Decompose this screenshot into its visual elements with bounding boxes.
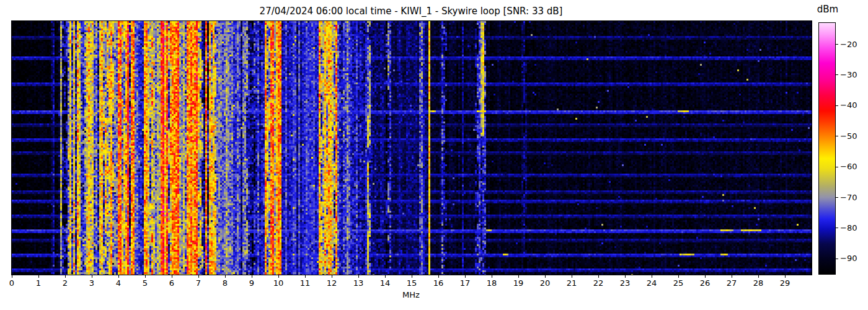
x-axis-tick-label: 19 [508, 278, 529, 288]
x-axis-tick [92, 275, 92, 278]
colorbar-tick-label: −30 [840, 70, 857, 79]
x-axis-tick [678, 275, 679, 278]
x-axis-tick-label: 11 [294, 278, 316, 288]
x-axis-tick [732, 275, 732, 278]
x-axis-tick [225, 275, 226, 278]
x-axis-tick [625, 275, 626, 278]
colorbar-tick [836, 44, 838, 45]
x-axis-tick [65, 275, 66, 278]
x-axis-tick-label: 2 [55, 278, 76, 288]
x-axis-tick [598, 275, 599, 278]
colorbar-tick [836, 228, 838, 228]
x-axis-tick-label: 1 [28, 278, 49, 288]
x-axis-tick-label: 27 [721, 278, 742, 288]
x-axis-tick [545, 275, 546, 278]
x-axis-tick-label: 18 [481, 278, 502, 288]
colorbar [818, 22, 836, 275]
x-axis-tick [518, 275, 519, 278]
colorbar-tick-label: −20 [840, 40, 857, 49]
x-axis-tick [572, 275, 572, 278]
x-axis-tick [12, 275, 12, 278]
x-axis-tick-label: 21 [561, 278, 582, 288]
x-axis-tick-label: 15 [401, 278, 422, 288]
colorbar-tick-label: −90 [840, 254, 857, 263]
colorbar-tick [836, 197, 838, 198]
x-axis-tick [198, 275, 199, 278]
x-axis-tick-label: 16 [428, 278, 449, 288]
x-axis-tick [305, 275, 306, 278]
x-axis-tick [492, 275, 492, 278]
x-axis-tick [332, 275, 332, 278]
x-axis-tick-label: 0 [1, 278, 22, 288]
colorbar-tick-label: −80 [840, 223, 857, 232]
x-axis-tick-label: 29 [774, 278, 795, 288]
x-axis-tick [358, 275, 359, 278]
x-axis-tick-label: 10 [268, 278, 289, 288]
x-axis-tick-label: 24 [641, 278, 662, 288]
chart-title: 27/04/2024 06:00 local time - KIWI_1 - S… [11, 6, 811, 17]
x-axis-tick-label: 14 [374, 278, 396, 288]
colorbar-tick-label: −40 [840, 100, 857, 110]
colorbar-tick-label: −60 [840, 162, 857, 171]
x-axis-tick [278, 275, 279, 278]
x-axis-tick-label: 8 [215, 278, 236, 288]
x-axis-tick-label: 23 [614, 278, 636, 288]
x-axis-tick [652, 275, 652, 278]
x-axis-tick-label: 7 [188, 278, 209, 288]
x-axis-tick [785, 275, 786, 278]
colorbar-tick-label: −70 [840, 193, 857, 202]
x-axis-tick-label: 20 [534, 278, 556, 288]
x-axis-tick-label: 25 [668, 278, 689, 288]
colorbar-unit-label: dBm [812, 4, 843, 15]
x-axis-tick-label: 9 [241, 278, 262, 288]
x-axis-tick-label: 13 [348, 278, 369, 288]
x-axis-tick-label: 22 [588, 278, 609, 288]
x-axis-tick [438, 275, 439, 278]
x-axis-tick [145, 275, 146, 278]
colorbar-tick [836, 74, 838, 75]
x-axis-tick [758, 275, 759, 278]
x-axis-tick-label: 12 [321, 278, 342, 288]
x-axis-label: MHz [11, 290, 811, 299]
colorbar-tick [836, 259, 838, 259]
x-axis-tick [252, 275, 252, 278]
waterfall-canvas [12, 21, 812, 275]
x-axis-tick-label: 26 [694, 278, 715, 288]
spectrogram-figure: 27/04/2024 06:00 local time - KIWI_1 - S… [0, 0, 868, 310]
x-axis-tick [385, 275, 386, 278]
x-axis-tick-label: 6 [161, 278, 182, 288]
colorbar-tick [836, 105, 838, 106]
x-axis-tick [412, 275, 412, 278]
colorbar-tick [836, 136, 838, 136]
x-axis-tick-label: 28 [748, 278, 769, 288]
x-axis-tick [38, 275, 39, 278]
x-axis-tick-label: 4 [108, 278, 129, 288]
x-axis-tick [118, 275, 119, 278]
colorbar-tick [836, 167, 838, 167]
x-axis-tick-label: 5 [135, 278, 156, 288]
colorbar-tick-label: −50 [840, 131, 857, 141]
x-axis-tick [465, 275, 466, 278]
waterfall-plot [11, 20, 812, 275]
x-axis-tick [172, 275, 172, 278]
x-axis-tick [705, 275, 706, 278]
x-axis-tick-label: 17 [454, 278, 476, 288]
x-axis-tick-label: 3 [81, 278, 102, 288]
